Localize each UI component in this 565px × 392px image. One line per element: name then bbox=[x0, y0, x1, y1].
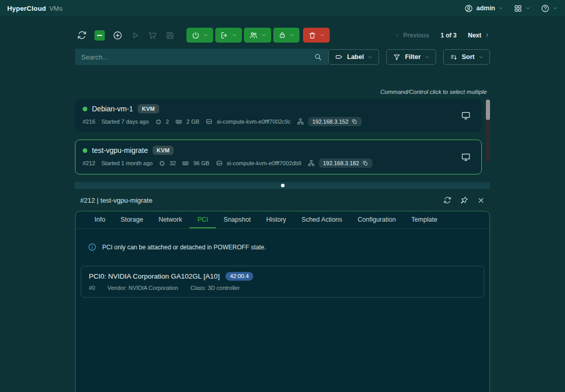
previous-page-button[interactable]: Previous bbox=[394, 32, 429, 39]
floppy-icon bbox=[165, 31, 175, 40]
cpu-icon bbox=[159, 160, 165, 167]
vm-id: #216 bbox=[83, 119, 95, 125]
brand-name: HyperCloud bbox=[7, 5, 46, 12]
alert-text: PCI only can be attached or detached in … bbox=[102, 244, 266, 251]
chevron-down-icon bbox=[425, 55, 429, 60]
detail-header-icons bbox=[443, 196, 490, 204]
chevron-down-icon bbox=[290, 33, 294, 37]
tab-sched-actions[interactable]: Sched Actions bbox=[294, 211, 350, 228]
user-icon bbox=[464, 4, 473, 13]
help-menu[interactable] bbox=[541, 4, 558, 13]
pci-device-card[interactable]: PCI0: NVIDIA Corporation GA102GL [A10] 4… bbox=[81, 266, 484, 298]
search-row: Label Filter Sort bbox=[75, 49, 490, 65]
section-title: VMs bbox=[49, 5, 63, 12]
delete-actions-button[interactable] bbox=[303, 28, 330, 43]
vm-row-test-vgpu-migrate[interactable]: test-vgpu-migrate KVM #212 Started 1 mon… bbox=[75, 140, 482, 174]
topbar: HyperCloud VMs admin bbox=[0, 0, 565, 16]
chevron-down-icon bbox=[368, 55, 372, 60]
copy-icon bbox=[351, 119, 357, 125]
hypervisor-badge: KVM bbox=[153, 146, 174, 155]
detail-close-button[interactable] bbox=[477, 197, 485, 204]
vm-id: #212 bbox=[83, 160, 95, 166]
search-icon[interactable] bbox=[314, 53, 322, 61]
vm-toolbar: Previous 1 of 3 Next bbox=[75, 28, 490, 43]
deploy-button[interactable] bbox=[128, 28, 142, 42]
detail-pin-button[interactable] bbox=[460, 196, 468, 204]
page-dot-indicator[interactable] bbox=[281, 184, 285, 187]
close-icon bbox=[477, 197, 485, 204]
vm-started: Started 7 days ago bbox=[101, 119, 148, 125]
pci-device-index: #0 bbox=[89, 285, 95, 291]
vm-name: test-vgpu-migrate bbox=[92, 146, 148, 154]
vm-row-main: Debian-vm-1 KVM #216 Started 7 days ago … bbox=[83, 104, 362, 126]
refresh-icon bbox=[77, 30, 87, 40]
refresh-icon bbox=[443, 196, 451, 204]
next-label: Next bbox=[468, 32, 481, 39]
chevron-down-icon bbox=[203, 33, 208, 37]
tab-snapshot[interactable]: Snapshot bbox=[216, 211, 258, 228]
multi-select-hint: Command/Control click to select multiple bbox=[75, 89, 490, 95]
tab-info[interactable]: Info bbox=[87, 211, 113, 228]
save-template-button[interactable] bbox=[163, 28, 177, 42]
migrate-actions-button[interactable] bbox=[215, 28, 242, 43]
split-divider[interactable] bbox=[75, 182, 490, 189]
brand: HyperCloud VMs bbox=[7, 5, 63, 12]
vm-ip: 192.168.3.152 bbox=[312, 119, 348, 125]
users-icon bbox=[249, 31, 258, 40]
vm-row-debian-vm-1[interactable]: Debian-vm-1 KVM #216 Started 7 days ago … bbox=[75, 99, 482, 132]
cart-icon bbox=[147, 30, 157, 40]
pci-poweroff-alert: PCI only can be attached or detached in … bbox=[76, 229, 489, 251]
sort-button[interactable]: Sort bbox=[443, 49, 490, 65]
network-icon bbox=[297, 118, 304, 125]
pci-device-class: Class: 3D controller bbox=[191, 285, 240, 291]
chevron-left-icon bbox=[394, 32, 400, 38]
tab-network[interactable]: Network bbox=[151, 211, 190, 228]
network-icon bbox=[308, 160, 315, 167]
vnc-console-button[interactable] bbox=[458, 150, 474, 164]
ram-icon bbox=[175, 118, 182, 125]
power-actions-button[interactable] bbox=[186, 28, 213, 43]
create-vm-button[interactable] bbox=[110, 28, 124, 42]
tab-template[interactable]: Template bbox=[404, 211, 445, 228]
marketplace-button[interactable] bbox=[145, 28, 159, 42]
datastore-icon bbox=[216, 160, 223, 167]
vm-started: Started 1 month ago bbox=[101, 160, 153, 166]
vm-list: Debian-vm-1 KVM #216 Started 7 days ago … bbox=[75, 99, 490, 174]
hypervisor-badge: KVM bbox=[138, 104, 159, 113]
filter-button[interactable]: Filter bbox=[386, 49, 436, 65]
user-menu[interactable]: admin bbox=[464, 4, 503, 13]
cpu-icon bbox=[155, 119, 162, 125]
tab-configuration[interactable]: Configuration bbox=[350, 211, 403, 228]
detail-refresh-button[interactable] bbox=[443, 196, 451, 204]
sort-button-text: Sort bbox=[462, 53, 475, 61]
power-icon bbox=[192, 31, 200, 40]
vm-memory: 96 GB bbox=[193, 160, 209, 166]
user-name: admin bbox=[476, 5, 495, 12]
chevron-down-icon bbox=[553, 6, 558, 11]
tab-history[interactable]: History bbox=[258, 211, 294, 228]
pci-device-vendor: Vendor: NVIDIA Corporation bbox=[107, 285, 178, 291]
apps-grid-icon bbox=[514, 4, 522, 13]
label-button[interactable]: Label bbox=[328, 49, 380, 65]
lock-actions-button[interactable] bbox=[273, 28, 299, 43]
select-all-checkbox[interactable] bbox=[95, 30, 105, 41]
pci-device-title: PCI0: NVIDIA Corporation GA102GL [A10] bbox=[89, 272, 220, 280]
tab-storage[interactable]: Storage bbox=[113, 211, 151, 228]
vm-cpu: 32 bbox=[170, 160, 176, 166]
sort-icon bbox=[450, 53, 458, 61]
previous-label: Previous bbox=[403, 32, 429, 39]
detail-header: #212 | test-vgpu-migrate bbox=[75, 193, 490, 207]
ownership-actions-button[interactable] bbox=[244, 28, 271, 43]
vm-ip-pill[interactable]: 192.168.3.152 bbox=[308, 117, 362, 126]
scrollbar-thumb[interactable] bbox=[486, 100, 490, 120]
vm-list-scrollbar[interactable] bbox=[486, 100, 490, 162]
chevron-right-icon bbox=[484, 32, 490, 38]
copy-icon bbox=[362, 160, 368, 166]
next-page-button[interactable]: Next bbox=[468, 32, 490, 39]
apps-menu[interactable] bbox=[514, 4, 531, 13]
tab-pci[interactable]: PCI bbox=[190, 211, 216, 228]
vm-ip-pill[interactable]: 192.168.3.182 bbox=[319, 159, 372, 168]
refresh-button[interactable] bbox=[75, 28, 89, 42]
search-input[interactable] bbox=[81, 53, 314, 61]
vnc-console-button[interactable] bbox=[458, 108, 474, 123]
